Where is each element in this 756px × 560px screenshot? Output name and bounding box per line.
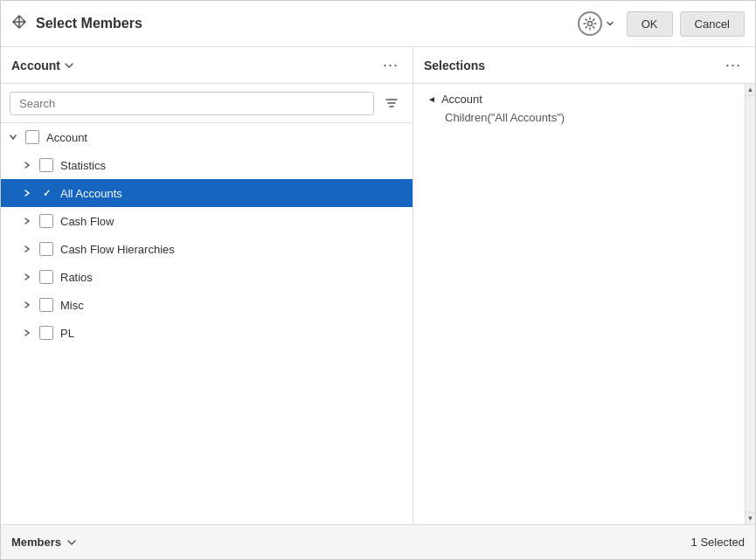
right-panel: Selections ··· ◄ Account Children("All A… (413, 47, 755, 524)
cancel-button[interactable]: Cancel (680, 11, 745, 37)
footer: Members 1 Selected (1, 524, 755, 559)
chevron-down-icon (606, 19, 614, 28)
select-members-dialog: Select Members OK Cancel (0, 0, 756, 560)
members-label: Members (11, 536, 61, 549)
expand-account[interactable] (4, 128, 22, 146)
right-content-wrapper: ◄ Account Children("All Accounts") ▲ ▼ (413, 84, 755, 524)
tree-item-ratios[interactable]: Ratios (1, 263, 413, 291)
tree-item-cash-flow[interactable]: Cash Flow (1, 207, 413, 235)
main-content: Account ··· (1, 47, 755, 524)
expand-arrow-statistics-icon (23, 161, 31, 169)
title-right: OK Cancel (572, 8, 745, 39)
label-cash-flow: Cash Flow (60, 215, 114, 228)
right-scrollbar: ▲ ▼ (745, 84, 755, 524)
label-statistics: Statistics (60, 159, 106, 172)
left-panel: Account ··· (1, 47, 413, 524)
title-bar: Select Members OK Cancel (1, 1, 755, 47)
left-panel-title: Account (11, 59, 60, 73)
label-cash-flow-hierarchies: Cash Flow Hierarchies (60, 243, 175, 256)
expand-arrow-misc-icon (23, 301, 31, 309)
tree-item-all-accounts[interactable]: All Accounts (1, 179, 413, 207)
scroll-track (746, 96, 756, 512)
expand-all-accounts[interactable] (18, 184, 36, 202)
left-panel-header-left: Account (11, 59, 74, 73)
selection-account-name: Account (441, 93, 482, 106)
checkbox-cash-flow[interactable] (39, 214, 53, 228)
selections-title: Selections (424, 59, 485, 73)
left-panel-header: Account ··· (1, 47, 413, 84)
gear-icon (578, 11, 602, 36)
expand-arrow-all-accounts-icon (23, 189, 31, 197)
scroll-down-arrow[interactable]: ▼ (746, 512, 756, 524)
tree-item-misc[interactable]: Misc (1, 291, 413, 319)
move-icon[interactable] (11, 14, 27, 33)
label-all-accounts: All Accounts (60, 187, 122, 200)
tree-item-account[interactable]: Account (1, 123, 413, 151)
filter-button[interactable] (379, 91, 404, 115)
account-chevron-icon[interactable] (64, 60, 74, 71)
expand-arrow-cash-flow-icon (23, 217, 31, 225)
settings-button[interactable] (572, 8, 620, 39)
title-left: Select Members (11, 14, 142, 33)
tree-list: Account Statistics (1, 123, 413, 524)
expand-cash-flow[interactable] (18, 212, 36, 230)
members-chevron-icon[interactable] (66, 537, 77, 548)
search-input[interactable] (10, 92, 374, 115)
checkbox-pl[interactable] (39, 326, 53, 340)
selections-content: ◄ Account Children("All Accounts") (413, 84, 745, 524)
expand-arrow-pl-icon (23, 328, 31, 337)
label-pl: PL (60, 327, 74, 340)
dialog-title: Select Members (36, 16, 142, 31)
ok-button[interactable]: OK (627, 11, 673, 37)
expand-pl[interactable] (18, 324, 36, 342)
label-account: Account (46, 131, 87, 144)
expand-cash-flow-hierarchies[interactable] (18, 240, 36, 258)
svg-point-0 (587, 22, 592, 26)
right-panel-header: Selections ··· (413, 47, 755, 84)
checkbox-misc[interactable] (39, 298, 53, 312)
right-panel-more-button[interactable]: ··· (722, 54, 745, 76)
expand-arrow-cfh-icon (23, 245, 31, 253)
tree-item-pl[interactable]: PL (1, 319, 413, 347)
footer-left: Members (11, 536, 77, 549)
label-misc: Misc (60, 299, 84, 312)
expand-misc[interactable] (18, 296, 36, 314)
expand-ratios[interactable] (18, 268, 36, 286)
expand-arrow-ratios-icon (23, 273, 31, 281)
selection-children: Children("All Accounts") (445, 111, 731, 124)
checkbox-statistics[interactable] (39, 158, 53, 172)
search-container (1, 84, 413, 123)
selected-count: 1 Selected (691, 536, 745, 549)
checkbox-cash-flow-hierarchies[interactable] (39, 242, 53, 256)
checkbox-account[interactable] (25, 130, 39, 144)
label-ratios: Ratios (60, 271, 93, 284)
selection-collapse-icon: ◄ (427, 94, 436, 104)
expand-statistics[interactable] (18, 156, 36, 174)
selection-account-row: ◄ Account (427, 93, 731, 106)
left-panel-more-button[interactable]: ··· (379, 54, 402, 76)
checkbox-ratios[interactable] (39, 270, 53, 284)
checkbox-all-accounts[interactable] (39, 186, 53, 200)
tree-item-cash-flow-hierarchies[interactable]: Cash Flow Hierarchies (1, 235, 413, 263)
collapse-arrow-icon (9, 133, 17, 142)
scroll-up-arrow[interactable]: ▲ (746, 84, 756, 96)
tree-item-statistics[interactable]: Statistics (1, 151, 413, 179)
